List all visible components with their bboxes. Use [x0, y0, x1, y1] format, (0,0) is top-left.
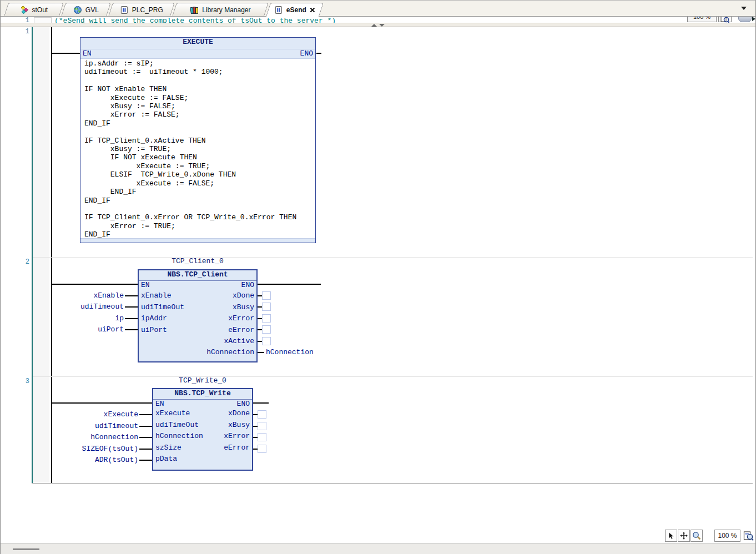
wire	[258, 329, 262, 330]
tab-esend[interactable]: eSend	[266, 3, 324, 17]
tab-gvl[interactable]: GVL	[61, 3, 111, 16]
tab-label: GVL	[85, 6, 99, 14]
library-books-icon	[190, 6, 199, 14]
declaration-pane: 1 (*eSend will send the complete content…	[1, 17, 755, 23]
eno-pin-label: ENO	[300, 49, 313, 58]
networks-end-line	[32, 483, 753, 484]
fb-tcp-write-block[interactable]: NBS.TCP_Write EN ENO xExecute udiTimeOut…	[152, 388, 253, 471]
operand-label[interactable]: ADR(tsOut)	[34, 456, 138, 465]
block-type-label: NBS.TCP_Client	[139, 270, 256, 281]
wire	[253, 449, 258, 450]
network-number[interactable]: 2	[17, 258, 29, 266]
tab-stout[interactable]: stOut	[4, 3, 64, 16]
zoom-level-button[interactable]: 100 %	[714, 530, 740, 542]
wire	[253, 426, 258, 427]
wire	[52, 53, 80, 54]
splitter-up-arrow-icon[interactable]	[371, 24, 377, 27]
pou-icon	[120, 6, 129, 14]
input-pin-label: xExecute	[155, 409, 190, 418]
wire	[52, 284, 138, 285]
select-tool-icon	[667, 532, 675, 540]
declaration-hscrollbar-thumb[interactable]	[738, 17, 752, 22]
zoom-page-icon[interactable]	[718, 17, 732, 22]
wire	[125, 306, 138, 308]
eno-pin-label: ENO	[241, 281, 254, 291]
output-assignment-box[interactable]	[258, 410, 266, 419]
wire	[125, 318, 138, 319]
tab-label: Library Manager	[202, 6, 250, 14]
fb-tcp-client-block[interactable]: NBS.TCP_Client EN ENO xEnable udiTimeOut…	[138, 269, 258, 362]
output-assignment-box[interactable]	[262, 291, 271, 300]
select-tool-button[interactable]	[665, 530, 677, 542]
operand-label[interactable]: xExecute	[34, 410, 138, 419]
output-assignment-box[interactable]	[262, 303, 271, 311]
execute-st-code[interactable]: ip.sAddr := sIP; udiTimeout := uiTimeout…	[84, 59, 296, 239]
tab-label: stOut	[32, 6, 48, 14]
document-tabbar: stOut GVL PLC_PRG	[1, 1, 755, 17]
declaration-zoom-label: 100 %	[688, 17, 716, 20]
tab-library-manager[interactable]: Library Manager	[172, 3, 269, 16]
pan-tool-button[interactable]	[678, 530, 690, 542]
wire	[139, 426, 152, 427]
operand-label[interactable]: udiTimeout	[34, 422, 138, 431]
eno-pin-label: ENO	[237, 400, 250, 410]
scrollbar-right-arrow-icon[interactable]	[752, 17, 755, 21]
output-assignment-box[interactable]	[258, 445, 266, 453]
operand-label[interactable]: hConnection	[34, 433, 138, 442]
dut-icon	[19, 6, 28, 14]
output-assignment-box[interactable]	[258, 433, 266, 441]
output-assignment-box[interactable]	[262, 337, 271, 345]
declaration-zoom-button[interactable]: 100 %	[687, 17, 717, 22]
wire	[258, 341, 262, 342]
zoom-tool-button[interactable]	[691, 530, 703, 542]
operand-label[interactable]: ip	[34, 314, 124, 323]
output-assignment-box[interactable]	[262, 325, 271, 334]
input-pin-label: pData	[155, 455, 177, 464]
output-pin-label: xError	[228, 314, 254, 323]
operand-label[interactable]: xEnable	[34, 291, 124, 300]
zoom-page-button[interactable]	[742, 530, 754, 542]
tab-list-dropdown-icon[interactable]	[741, 7, 747, 10]
output-pin-label: xDone	[233, 291, 254, 300]
bottom-scrollbar-strip	[1, 543, 755, 554]
tab-label: eSend	[286, 6, 306, 14]
wire	[52, 402, 152, 404]
instance-name[interactable]: TCP_Write_0	[152, 376, 253, 385]
wire	[253, 437, 258, 438]
wire	[139, 437, 152, 438]
instance-name[interactable]: TCP_Client_0	[138, 257, 258, 266]
close-icon[interactable]	[310, 7, 315, 13]
network-number[interactable]: 3	[17, 377, 29, 385]
execute-block-title: EXECUTE	[80, 38, 315, 49]
output-pin-label: xBusy	[228, 421, 250, 430]
en-pin-label: EN	[141, 281, 150, 291]
input-pin-label: udiTimeOut	[155, 421, 199, 430]
network-number[interactable]: 1	[17, 28, 29, 36]
network-separator	[33, 376, 753, 377]
output-pin-label: hConnection	[206, 348, 254, 357]
wire	[253, 402, 269, 404]
en-pin-label: EN	[155, 400, 164, 410]
operand-label[interactable]: hConnection	[266, 348, 332, 357]
hscrollbar-thumb[interactable]	[13, 548, 39, 550]
gvl-globe-icon	[73, 6, 82, 14]
pou-icon	[274, 6, 283, 14]
output-assignment-box[interactable]	[258, 422, 266, 430]
wire	[125, 329, 138, 330]
declaration-comment[interactable]: (*eSend will send the complete contents …	[54, 17, 336, 23]
wire	[139, 414, 152, 415]
operand-label[interactable]: uiPort	[34, 325, 124, 334]
output-assignment-box[interactable]	[262, 314, 271, 323]
input-pin-label: xEnable	[141, 291, 172, 300]
declaration-line-number: 1	[16, 17, 29, 23]
operand-label[interactable]: SIZEOF(tsOut)	[34, 445, 138, 454]
output-pin-label: xDone	[228, 409, 250, 418]
wire	[125, 295, 138, 296]
pane-splitter[interactable]	[1, 23, 755, 27]
splitter-down-arrow-icon[interactable]	[379, 24, 385, 27]
tab-plc-prg[interactable]: PLC_PRG	[108, 3, 175, 16]
fb-execute-block[interactable]: EXECUTE EN ENO ip.sAddr := sIP; udiTimeo…	[80, 37, 316, 243]
wire	[258, 306, 262, 308]
operand-label[interactable]: udiTimeout	[34, 303, 124, 311]
zoom-page-icon	[743, 531, 754, 541]
